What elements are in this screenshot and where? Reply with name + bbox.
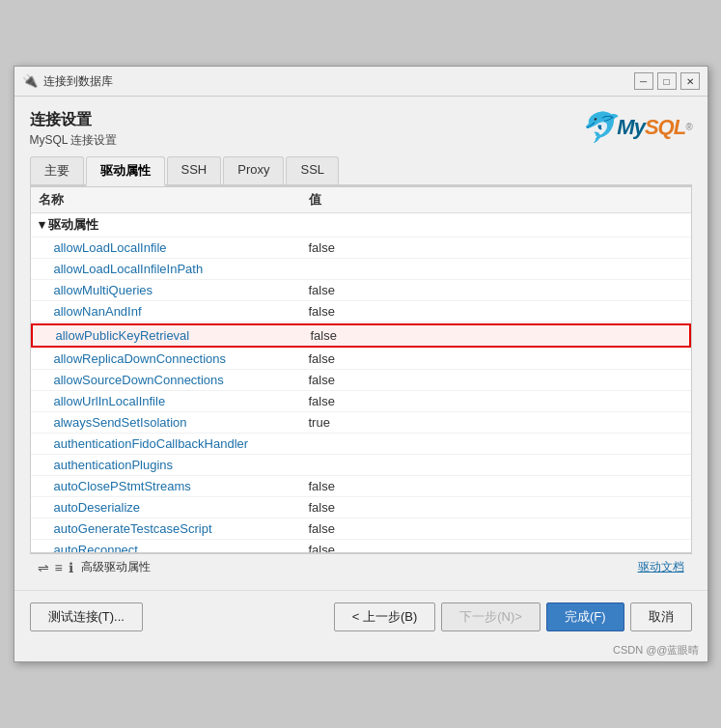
property-name: allowLoadLocalInfile [39,240,309,255]
property-value: true [309,415,683,430]
info-icon[interactable]: ℹ [69,560,73,575]
cancel-button[interactable]: 取消 [630,602,692,631]
table-row[interactable]: allowUrlInLocalInfile false [31,391,691,412]
footer-icons: ⇌ ≡ ℹ [38,560,73,575]
property-name: alwaysSendSetIsolation [39,415,309,430]
property-name: allowSourceDownConnections [39,373,309,387]
maximize-button[interactable]: □ [657,72,677,90]
property-name: autoClosePStmtStreams [39,479,309,493]
table-row[interactable]: autoClosePStmtStreams false [31,476,691,497]
finish-button[interactable]: 完成(F) [546,602,624,631]
property-value: false [309,304,683,319]
main-window: 🔌 连接到数据库 ─ □ ✕ 连接设置 MySQL 连接设置 🐬 MySQL® … [14,66,708,662]
connection-header: 连接设置 MySQL 连接设置 🐬 MySQL® [30,110,692,149]
mysql-logo-text: My [617,115,645,140]
table-row-highlighted[interactable]: allowPublicKeyRetrieval false [31,323,691,348]
advanced-driver-label: 高级驱动属性 [81,559,151,575]
list-icon[interactable]: ≡ [55,560,63,575]
property-name: authenticationPlugins [39,458,309,472]
window-body: 连接设置 MySQL 连接设置 🐬 MySQL® 主要 驱动属性 SSH Pro… [14,97,707,590]
property-name: autoReconnect [39,543,309,553]
mysql-logo: 🐬 MySQL® [580,110,691,144]
page-subtitle: MySQL 连接设置 [30,132,118,149]
property-value: false [309,500,683,515]
window-icon: 🔌 [22,73,38,89]
close-button[interactable]: ✕ [680,72,700,90]
group-header-driver: ▾ 驱动属性 [31,213,691,238]
table-row[interactable]: allowReplicaDownConnections false [31,349,691,370]
tab-driver[interactable]: 驱动属性 [86,156,165,186]
property-value: false [309,373,683,387]
table-row[interactable]: authenticationFidoCallbackHandler [31,434,691,455]
table-row[interactable]: autoDeserialize false [31,497,691,518]
properties-table[interactable]: 名称 值 ▾ 驱动属性 allowLoadLocalInfile false a… [30,186,692,553]
property-value: false [309,351,683,366]
navigation-buttons: < 上一步(B) 下一步(N)> 完成(F) 取消 [334,602,692,631]
page-title: 连接设置 [30,110,118,130]
minimize-button[interactable]: ─ [634,72,653,90]
table-row[interactable]: allowNanAndInf false [31,301,691,322]
back-button[interactable]: < 上一步(B) [334,602,436,631]
property-name: allowLoadLocalInfileInPath [39,262,309,276]
title-bar: 🔌 连接到数据库 ─ □ ✕ [14,67,707,97]
group-label: ▾ 驱动属性 [39,216,309,234]
property-name-highlighted: allowPublicKeyRetrieval [41,328,311,343]
property-name: allowReplicaDownConnections [39,351,309,366]
column-value-header: 值 [309,191,683,209]
table-row[interactable]: allowSourceDownConnections false [31,370,691,391]
table-row[interactable]: allowMultiQueries false [31,280,691,301]
tab-ssh[interactable]: SSH [167,156,222,184]
next-button[interactable]: 下一步(N)> [441,602,541,631]
bottom-bar: 测试连接(T)... < 上一步(B) 下一步(N)> 完成(F) 取消 [14,590,707,641]
table-row[interactable]: autoGenerateTestcaseScript false [31,518,691,540]
property-name: allowMultiQueries [39,283,309,297]
property-name: allowUrlInLocalInfile [39,394,309,408]
mysql-logo-registered: ® [685,122,691,132]
property-value: false [309,479,683,493]
footer-bar: ⇌ ≡ ℹ 高级驱动属性 驱动文档 [30,553,692,580]
property-name: allowNanAndInf [39,304,309,319]
tab-bar: 主要 驱动属性 SSH Proxy SSL [30,156,692,186]
sort-icon[interactable]: ⇌ [38,560,49,575]
window-title: 连接到数据库 [43,73,628,90]
mysql-dolphin-icon: 🐬 [580,110,615,144]
mysql-logo-sql: SQL [645,115,685,140]
property-name: autoDeserialize [39,500,309,515]
table-row[interactable]: allowLoadLocalInfileInPath [31,259,691,280]
table-row[interactable]: allowLoadLocalInfile false [31,238,691,259]
property-value: false [309,394,683,408]
watermark: CSDN @@蓝眼晴 [14,641,707,661]
property-name: authenticationFidoCallbackHandler [39,436,309,451]
table-row[interactable]: autoReconnect false [31,540,691,553]
property-value-highlighted: false [311,328,681,343]
property-value: false [309,521,683,536]
driver-doc-link[interactable]: 驱动文档 [638,559,684,575]
tab-proxy[interactable]: Proxy [223,156,284,184]
window-controls: ─ □ ✕ [634,72,700,90]
property-name: autoGenerateTestcaseScript [39,521,309,536]
property-value: false [309,543,683,553]
property-value: false [309,283,683,297]
tab-main[interactable]: 主要 [30,156,84,184]
table-row[interactable]: alwaysSendSetIsolation true [31,412,691,434]
table-header: 名称 值 [31,187,691,213]
test-connection-button[interactable]: 测试连接(T)... [30,602,143,631]
tab-ssl[interactable]: SSL [286,156,339,184]
connection-title: 连接设置 MySQL 连接设置 [30,110,118,149]
table-row[interactable]: authenticationPlugins [31,455,691,476]
property-value: false [309,240,683,255]
column-name-header: 名称 [39,191,309,209]
